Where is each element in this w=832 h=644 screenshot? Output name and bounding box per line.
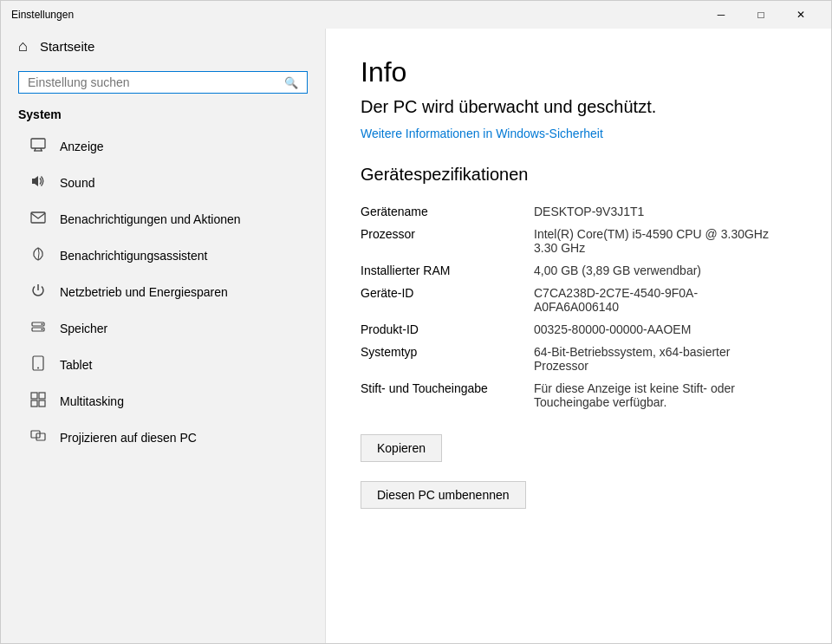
table-row: ProzessorIntel(R) Core(TM) i5-4590 CPU @… [361,223,796,259]
sound-icon [29,173,48,192]
specs-table: GerätenameDESKTOP-9V3J1T1ProzessorIntel(… [361,200,796,413]
svg-rect-13 [39,393,45,399]
sidebar-item-label-sound: Sound [60,176,94,190]
table-row: Geräte-IDC7CA238D-2C7E-4540-9F0A-A0FA6A0… [361,282,796,318]
sidebar-item-multitasking[interactable]: Multitasking [1,383,325,420]
spec-label: Geräte-ID [361,282,534,318]
sidebar-item-assistant[interactable]: Benachrichtigungsassistent [1,237,325,274]
page-subtitle: Der PC wird überwacht und geschützt. [361,95,796,118]
maximize-button[interactable]: □ [741,1,781,29]
svg-rect-0 [31,139,45,148]
sidebar: ⌂ Startseite 🔍 System [1,29,326,643]
sidebar-item-label-storage: Speicher [60,322,107,335]
svg-rect-12 [31,393,37,399]
spec-label: Stift- und Toucheingabe [361,377,534,413]
spec-label: Installierter RAM [361,259,534,282]
close-button[interactable]: ✕ [781,1,821,29]
titlebar-title: Einstellungen [11,9,74,21]
table-row: GerätenameDESKTOP-9V3J1T1 [361,200,796,223]
svg-rect-17 [36,433,45,440]
spec-label: Systemtyp [361,341,534,377]
main-content: Info Der PC wird überwacht und geschützt… [326,29,831,643]
security-link[interactable]: Weitere Informationen in Windows-Sicherh… [361,127,603,140]
sidebar-item-label-power: Netzbetrieb und Energiesparen [60,285,228,299]
minimize-button[interactable]: ─ [701,1,741,29]
table-row: Installierter RAM4,00 GB (3,89 GB verwen… [361,259,796,282]
tablet-icon [29,355,48,374]
assistant-icon [29,246,48,265]
spec-label: Produkt-ID [361,318,534,341]
home-icon: ⌂ [18,37,28,55]
sidebar-item-anzeige[interactable]: Anzeige [1,128,325,165]
sidebar-item-power[interactable]: Netzbetrieb und Energiesparen [1,274,325,310]
spec-value: Intel(R) Core(TM) i5-4590 CPU @ 3.30GHz3… [534,223,796,259]
spec-value: 4,00 GB (3,89 GB verwendbar) [534,259,796,282]
svg-point-11 [37,368,39,369]
svg-rect-16 [31,431,40,438]
table-row: Stift- und ToucheingabeFür diese Anzeige… [361,377,796,413]
spec-value: Für diese Anzeige ist keine Stift- oderT… [534,377,796,413]
rename-button[interactable]: Diesen PC umbenennen [361,481,526,509]
sidebar-item-label-assistant: Benachrichtigungsassistent [60,249,207,263]
content-area: ⌂ Startseite 🔍 System [1,29,831,643]
sidebar-item-tablet[interactable]: Tablet [1,347,325,383]
spec-value: 64-Bit-Betriebssystem, x64-basierterProz… [534,341,796,377]
sidebar-item-label-notifications: Benachrichtigungen und Aktionen [60,212,241,226]
table-row: Produkt-ID00325-80000-00000-AAOEM [361,318,796,341]
sidebar-item-label-project: Projizieren auf diesen PC [60,431,197,445]
search-box[interactable]: 🔍 [18,71,308,94]
titlebar: Einstellungen ─ □ ✕ [1,1,831,29]
spec-label: Gerätename [361,200,534,223]
action-buttons: Kopieren Diesen PC umbenennen [361,434,796,509]
sidebar-item-notifications[interactable]: Benachrichtigungen und Aktionen [1,201,325,237]
sidebar-item-label-tablet: Tablet [60,358,92,372]
spec-value: DESKTOP-9V3J1T1 [534,200,796,223]
copy-button[interactable]: Kopieren [361,434,442,462]
table-row: Systemtyp64-Bit-Betriebssystem, x64-basi… [361,341,796,377]
display-icon [29,137,48,156]
titlebar-controls: ─ □ ✕ [701,1,821,29]
svg-rect-15 [39,400,45,407]
notifications-icon [29,210,48,229]
project-icon [29,428,48,447]
svg-marker-4 [32,176,38,186]
search-icon: 🔍 [284,76,298,89]
svg-point-9 [42,329,43,330]
sidebar-section-title: System [1,104,325,128]
sidebar-home-label: Startseite [40,39,94,54]
page-title: Info [361,56,796,88]
multitasking-icon [29,392,48,411]
spec-value: C7CA238D-2C7E-4540-9F0A-A0FA6A006140 [534,282,796,318]
sidebar-item-sound[interactable]: Sound [1,165,325,201]
search-input[interactable] [28,75,284,89]
power-icon [29,283,48,302]
sidebar-item-label-multitasking: Multitasking [60,394,124,408]
sidebar-item-label-anzeige: Anzeige [60,140,104,153]
main-window: Einstellungen ─ □ ✕ ⌂ Startseite 🔍 Syste… [0,0,832,644]
specs-heading: Gerätespezifikationen [361,165,796,185]
svg-point-8 [42,323,43,325]
svg-rect-14 [31,400,37,407]
sidebar-home[interactable]: ⌂ Startseite [1,29,325,64]
sidebar-item-storage[interactable]: Speicher [1,310,325,347]
svg-rect-5 [31,212,45,223]
sidebar-item-project[interactable]: Projizieren auf diesen PC [1,420,325,456]
spec-value: 00325-80000-00000-AAOEM [534,318,796,341]
spec-label: Prozessor [361,223,534,259]
storage-icon [29,319,48,338]
